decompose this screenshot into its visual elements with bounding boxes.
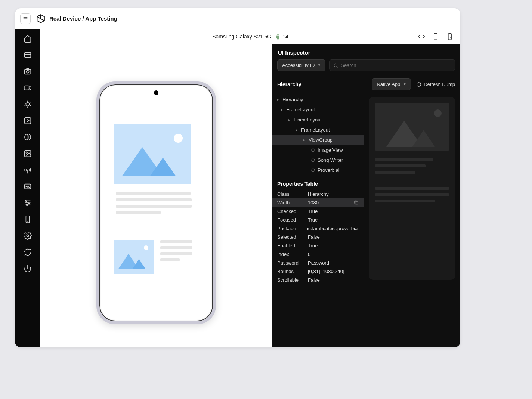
tree-column: ▸Hierarchy ▸FrameLayout ▸LinearLayout ▸F…	[272, 93, 364, 347]
preview-line	[375, 193, 449, 196]
prop-row-focused[interactable]: FocusedTrue	[272, 216, 364, 224]
chevron-down-icon: ▼	[403, 83, 406, 86]
chevron-down-icon: ▼	[318, 64, 321, 67]
svg-rect-34	[355, 202, 358, 204]
tree-node-framelayout[interactable]: ▸FrameLayout	[272, 105, 364, 115]
search-input[interactable]	[338, 60, 451, 71]
antenna-icon[interactable]	[24, 166, 32, 174]
tree-leaf-proverbial[interactable]: Proverbial	[272, 165, 364, 175]
page-title: Real Device / App Testing	[49, 15, 117, 22]
copy-icon[interactable]	[353, 200, 359, 205]
home-icon[interactable]	[24, 34, 32, 43]
hierarchy-label: Hierarchy	[277, 81, 301, 87]
svg-point-6	[26, 70, 29, 73]
refresh-label: Refresh Dump	[424, 81, 455, 87]
prop-row-scrollable[interactable]: ScrollableFalse	[272, 276, 364, 284]
prop-row-password[interactable]: PasswordPassword	[272, 259, 364, 267]
svg-rect-20	[25, 184, 31, 189]
hierarchy-tree: ▸Hierarchy ▸FrameLayout ▸LinearLayout ▸F…	[272, 93, 364, 177]
device-icon[interactable]	[432, 33, 439, 40]
svg-line-10	[25, 103, 26, 103]
device-actions	[418, 33, 454, 40]
search-box[interactable]	[329, 59, 455, 71]
svg-line-33	[337, 66, 338, 67]
tree-node-framelayout-2[interactable]: ▸FrameLayout	[272, 125, 364, 135]
tree-node-linearlayout[interactable]: ▸LinearLayout	[272, 115, 364, 125]
code-icon[interactable]	[418, 33, 425, 40]
hierarchy-bar: Hierarchy Native App ▼ Refresh Dump	[272, 75, 460, 93]
prop-row-selected[interactable]: SelectedFalse	[272, 233, 364, 241]
placeholder-text	[116, 192, 198, 214]
preview-line	[375, 164, 426, 167]
logo-icon	[36, 14, 46, 24]
refresh-button[interactable]: Refresh Dump	[416, 81, 455, 87]
svg-point-8	[26, 102, 29, 106]
tree-leaf-imageview[interactable]: Image View	[272, 145, 364, 155]
preview-line	[375, 187, 449, 190]
image-icon[interactable]	[24, 149, 32, 158]
sliders-icon[interactable]	[24, 199, 32, 207]
prop-row-index[interactable]: Index0	[272, 250, 364, 259]
prop-row-bounds[interactable]: Bounds[0,81] [1080,240]	[272, 267, 364, 276]
properties-title: Properties Table	[272, 177, 364, 190]
refresh-icon	[416, 82, 421, 87]
bug-icon[interactable]	[24, 100, 32, 108]
placeholder-row-small	[114, 240, 198, 274]
inspector-controls: Accessibility ID ▼	[272, 59, 460, 75]
filter-dropdown[interactable]: Accessibility ID ▼	[277, 59, 325, 71]
os-version: 14	[282, 34, 288, 40]
power-icon[interactable]	[24, 265, 32, 273]
preview-card	[369, 97, 455, 280]
picture-icon[interactable]	[24, 182, 32, 191]
placeholder-image-small	[114, 240, 154, 274]
sync-icon[interactable]	[24, 248, 32, 256]
preview-line	[375, 158, 433, 161]
phone-camera	[154, 90, 158, 95]
sidebar	[15, 29, 40, 347]
svg-point-24	[26, 200, 27, 202]
svg-rect-30	[434, 33, 437, 40]
prop-row-width[interactable]: Width1080	[272, 198, 364, 207]
svg-point-18	[26, 152, 27, 153]
globe-icon[interactable]	[24, 133, 32, 141]
main-area: Samsung Galaxy S21 5G 14	[40, 29, 460, 347]
menu-button[interactable]	[20, 13, 31, 24]
svg-rect-7	[24, 86, 29, 90]
preview-image-placeholder	[375, 103, 449, 151]
tree-node-hierarchy[interactable]: ▸Hierarchy	[272, 95, 364, 105]
view-dropdown[interactable]: Native App ▼	[372, 78, 411, 90]
app-window: Real Device / App Testing Samsung Galaxy…	[15, 8, 460, 347]
device-bar: Samsung Galaxy S21 5G 14	[40, 29, 460, 44]
inspector-title: UI Inspector	[272, 44, 460, 59]
svg-point-29	[27, 235, 29, 237]
preview-column	[364, 93, 460, 347]
video-icon[interactable]	[24, 84, 32, 92]
svg-point-25	[28, 202, 30, 204]
camera-icon[interactable]	[24, 67, 32, 75]
prop-row-package[interactable]: Packageau.lambdatest.proverbial	[272, 224, 364, 233]
mobile-icon[interactable]	[24, 215, 32, 223]
phone-preview-area	[40, 44, 272, 347]
prop-row-checked[interactable]: CheckedTrue	[272, 207, 364, 216]
content-row: UI Inspector Accessibility ID ▼ Hierarch…	[40, 44, 460, 347]
play-icon[interactable]	[24, 117, 32, 125]
prop-row-class[interactable]: ClassHierarchy	[272, 190, 364, 198]
gear-icon[interactable]	[24, 232, 32, 240]
cube-icon	[311, 148, 315, 152]
svg-line-13	[30, 105, 31, 106]
body: Samsung Galaxy S21 5G 14	[15, 29, 460, 347]
search-icon	[333, 63, 338, 68]
svg-point-26	[26, 204, 28, 206]
tree-node-viewgroup[interactable]: ▸ViewGroup	[272, 135, 364, 145]
preview-line	[375, 200, 435, 202]
placeholder-image-large	[114, 124, 191, 184]
svg-line-12	[25, 105, 26, 106]
svg-point-32	[334, 64, 337, 66]
prop-row-enabled[interactable]: EnabledTrue	[272, 241, 364, 250]
inspector-body: ▸Hierarchy ▸FrameLayout ▸LinearLayout ▸F…	[272, 93, 460, 347]
app-icon[interactable]	[24, 51, 32, 59]
ui-inspector-panel: UI Inspector Accessibility ID ▼ Hierarch…	[272, 44, 460, 347]
inspect-icon[interactable]	[446, 33, 454, 40]
tree-leaf-songwriter[interactable]: Song Writer	[272, 155, 364, 165]
phone-frame[interactable]	[96, 81, 216, 324]
